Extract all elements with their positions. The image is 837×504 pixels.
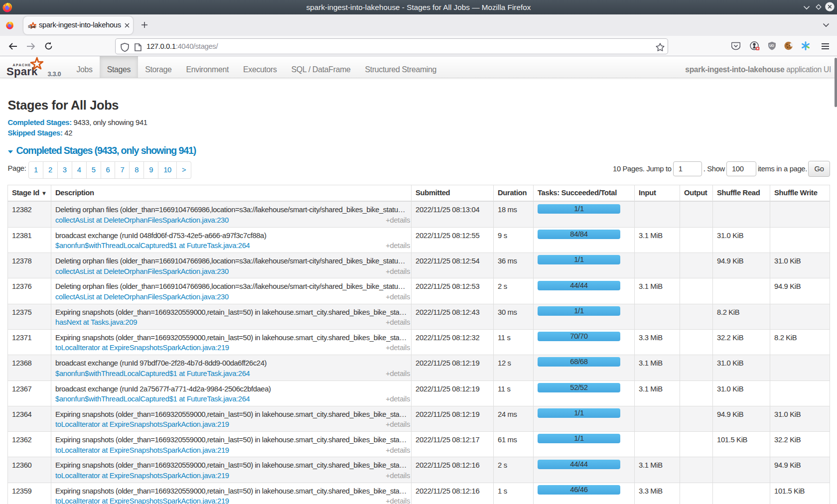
svg-text:UO: UO [769,44,774,47]
svg-text:Spark: Spark [6,65,38,78]
svg-text:Spark: Spark [28,24,36,29]
